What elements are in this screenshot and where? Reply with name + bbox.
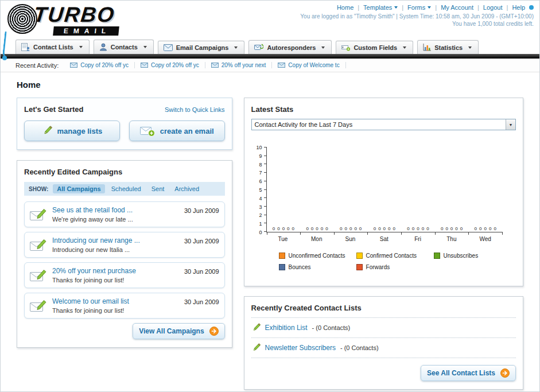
view-all-campaigns-button[interactable]: View All Campaigns <box>133 323 224 339</box>
campaign-subtitle: We're giving away our late ... <box>52 216 179 223</box>
chart-legend: Unconfirmed ContactsConfirmed ContactsUn… <box>279 253 514 275</box>
see-all-contact-lists-button[interactable]: See All Contact Lists <box>421 365 516 381</box>
legend-label: Bounces <box>289 264 311 270</box>
chart-value-label: 0 <box>489 227 491 231</box>
envelope-plus-icon <box>140 126 155 137</box>
chart-value-label: 0 <box>277 227 279 231</box>
legend-label: Forwards <box>366 264 390 270</box>
chart-value-label: 0 <box>273 227 275 231</box>
content: Home Let's Get Started Switch to Quick L… <box>1 72 539 390</box>
left-column: Let's Get Started Switch to Quick Links … <box>17 98 232 348</box>
chart-value-group: 00000 <box>435 227 469 231</box>
x-axis-label: Sun <box>333 236 367 242</box>
envelope-icon <box>164 44 173 51</box>
arrow-right-icon <box>209 327 219 336</box>
x-axis-tick <box>502 232 503 235</box>
recent-activity-link[interactable]: Copy of Welcome tc <box>288 62 339 68</box>
campaign-title-link[interactable]: Introducing our new range ... <box>52 236 179 244</box>
header-meta: Home Templates Forms My Account Logout H… <box>300 4 534 27</box>
nav-tab-email-campaigns[interactable]: Email Campaigns <box>158 41 245 54</box>
campaign-date: 30 Jun 2009 <box>184 298 219 305</box>
nav-tab-contacts[interactable]: Contacts <box>94 40 154 54</box>
top-link-templates[interactable]: Templates <box>353 4 398 11</box>
tab-scheduled[interactable]: Scheduled <box>107 184 145 193</box>
top-link-logout[interactable]: Logout <box>473 4 503 11</box>
campaign-row[interactable]: Welcome to our email list Thanks for joi… <box>24 293 225 319</box>
y-axis-tick <box>264 181 267 181</box>
logo-swoosh-dot <box>2 56 7 60</box>
envelope-icon <box>70 63 77 68</box>
nav-tab-contact-lists[interactable]: Contact Lists <box>15 40 90 54</box>
contact-list-item[interactable]: Newsletter Subscribers - (0 Contacts) <box>251 343 516 352</box>
chart-value-label: 0 <box>306 227 308 231</box>
chart-value-label: 0 <box>359 227 362 231</box>
contact-list-item[interactable]: Exhibition List - (0 Contacts) <box>251 323 516 332</box>
chart-value-label: 0 <box>383 227 386 231</box>
chart-value-label: 0 <box>325 227 328 231</box>
campaign-list: See us at the retail food ... We're givi… <box>24 201 225 319</box>
recent-activity-item[interactable]: Copy of 20% off yc <box>135 62 205 68</box>
nav-tab-autoresponders[interactable]: Autoresponders <box>248 40 332 54</box>
chart-value-label: 0 <box>287 227 289 231</box>
chevron-down-icon <box>403 46 406 49</box>
contacts-icon <box>99 43 107 51</box>
dotted-divider <box>251 337 516 338</box>
recent-activity-item[interactable]: 20% off your next <box>205 62 273 68</box>
top-link-label: Forms <box>407 4 425 11</box>
custom-fields-icon <box>341 44 350 51</box>
top-link-help[interactable]: Help <box>503 4 525 11</box>
recent-activity-item[interactable]: Copy of Welcome tc <box>272 62 345 68</box>
tab-archived[interactable]: Archived <box>170 184 203 193</box>
x-axis-tick <box>300 232 301 235</box>
contact-activity-chart: 012345678910 000000000000000000000000000… <box>254 148 502 242</box>
tab-all-campaigns[interactable]: All Campaigns <box>53 184 104 193</box>
create-email-button[interactable]: create an email <box>129 121 225 141</box>
campaign-filter-tabs: SHOW: All Campaigns Scheduled Sent Archi… <box>24 182 225 196</box>
contact-lists-icon <box>21 43 30 51</box>
contact-list-link[interactable]: Newsletter Subscribers <box>265 344 336 352</box>
envelope-icon <box>278 63 285 68</box>
legend-swatch <box>356 264 363 270</box>
x-axis-label: Thu <box>434 236 468 242</box>
campaign-subtitle: Introducing our new Italia ... <box>52 246 179 253</box>
contact-list-link[interactable]: Exhibition List <box>265 324 308 332</box>
chart-value-label: 0 <box>422 227 424 231</box>
autoresponder-icon <box>254 44 263 51</box>
chevron-down-icon <box>468 46 472 49</box>
chart-value-group: 00000 <box>300 227 334 231</box>
chevron-down-icon: ▼ <box>506 119 515 130</box>
recent-contact-lists-panel: Recently Created Contact Lists Exhibitio… <box>244 296 523 390</box>
campaign-title-link[interactable]: 20% off your next purchase <box>52 267 179 275</box>
x-axis-tick <box>435 232 436 235</box>
x-axis-tick <box>334 232 335 235</box>
manage-lists-button[interactable]: manage lists <box>24 121 120 141</box>
envelope-icon <box>141 63 148 68</box>
campaign-title-link[interactable]: Welcome to our email list <box>52 297 179 305</box>
tab-sent[interactable]: Sent <box>147 184 169 193</box>
top-link-home[interactable]: Home <box>337 4 353 11</box>
stats-period-select[interactable]: Contact Activity for the Last 7 Days ▼ <box>251 119 516 130</box>
campaign-title-link[interactable]: See us at the retail food ... <box>52 206 179 214</box>
switch-quick-links-link[interactable]: Switch to Quick Links <box>165 106 225 113</box>
recent-activity-link[interactable]: 20% off your next <box>222 62 266 68</box>
chart-value-label: 0 <box>441 227 443 231</box>
top-link-forms[interactable]: Forms <box>398 4 431 11</box>
see-all-contact-lists-label: See All Contact Lists <box>427 369 495 377</box>
nav-tab-statistics[interactable]: Statistics <box>417 40 479 54</box>
session-info: You are logged in as "Timothy Smith" | S… <box>300 13 534 20</box>
recent-activity-link[interactable]: Copy of 20% off yc <box>151 62 199 68</box>
top-link-my-account[interactable]: My Account <box>431 4 473 11</box>
recent-activity-link[interactable]: Copy of 20% off yc <box>80 62 129 68</box>
chart-value-label: 0 <box>344 227 347 231</box>
chart-value-label: 0 <box>388 227 390 231</box>
y-axis-tick-label: 4 <box>259 196 262 201</box>
campaign-row[interactable]: Introducing our new range ... Introducin… <box>24 232 225 258</box>
y-axis-tick-label: 9 <box>259 153 262 158</box>
bar-chart-icon <box>423 44 431 51</box>
recent-campaigns-title: Recently Edited Campaigns <box>24 168 225 176</box>
nav-tab-custom-fields[interactable]: Custom Fields <box>336 41 413 54</box>
campaign-row[interactable]: See us at the retail food ... We're givi… <box>24 201 225 227</box>
recent-activity-item[interactable]: Copy of 20% off yc <box>64 62 135 68</box>
nav-tab-label: Contact Lists <box>33 44 73 51</box>
campaign-row[interactable]: 20% off your next purchase Thanks for jo… <box>24 262 225 288</box>
